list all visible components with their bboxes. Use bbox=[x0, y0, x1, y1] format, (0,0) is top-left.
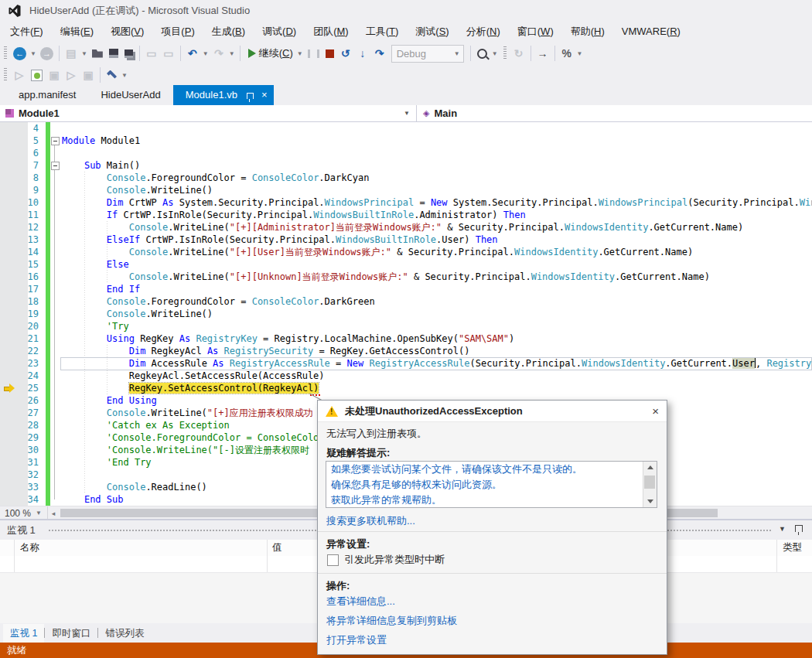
code-line[interactable]: Console.ForegroundColor = ConsoleColor.D… bbox=[62, 172, 369, 184]
code-line[interactable]: Console.ReadLine() bbox=[62, 481, 207, 493]
run-to-cursor-icon[interactable]: → bbox=[537, 45, 549, 62]
menu-item-p[interactable]: 项目(P) bbox=[152, 22, 203, 42]
step-over-icon[interactable]: ↷ bbox=[374, 45, 386, 62]
tips-scrollbar[interactable] bbox=[643, 462, 657, 507]
tab-module1-vb[interactable]: Module1.vb× bbox=[173, 85, 274, 105]
tool-tab-0[interactable]: 监视 1 bbox=[3, 624, 44, 643]
code-line[interactable]: RegKey.SetAccessControl(RegkeyAcl) bbox=[62, 382, 319, 394]
undo-icon[interactable]: ↶ bbox=[186, 45, 199, 62]
editor-zoom-combo[interactable]: 100 % ▼ bbox=[0, 506, 48, 520]
collapse-region-icon[interactable] bbox=[51, 162, 60, 170]
menu-item-vmwarer[interactable]: VMWARE(R) bbox=[613, 22, 689, 42]
code-line[interactable]: End Sub bbox=[62, 493, 123, 506]
navigate-forward-icon[interactable]: → bbox=[40, 47, 53, 60]
open-file-icon[interactable] bbox=[92, 49, 103, 58]
menu-item-h[interactable]: 帮助(H) bbox=[562, 22, 613, 42]
publish-icon[interactable]: ▷ bbox=[13, 66, 26, 84]
scroll-up-icon[interactable] bbox=[647, 465, 653, 469]
chevron-down-icon[interactable]: ▼ bbox=[30, 50, 36, 57]
extensions-icon[interactable] bbox=[31, 70, 43, 81]
code-line[interactable]: Module Module1 bbox=[62, 135, 140, 147]
menu-item-t[interactable]: 工具(T) bbox=[357, 22, 408, 42]
tab-hideuseradd[interactable]: HideUserAdd bbox=[88, 85, 172, 105]
code-line[interactable]: Console.WriteLine() bbox=[62, 184, 213, 196]
toolbar-grip[interactable] bbox=[503, 46, 507, 60]
step-into-icon[interactable]: ↓ bbox=[357, 45, 369, 62]
code-line[interactable]: Console.WriteLine("[+]应用注册表权限成功 bbox=[62, 407, 313, 419]
menu-item-b[interactable]: 生成(B) bbox=[203, 22, 254, 42]
tool-tab-2[interactable]: 错误列表 bbox=[98, 624, 151, 643]
chevron-down-icon[interactable]: ▼ bbox=[203, 50, 209, 57]
watch-column-name[interactable]: 名称 bbox=[20, 541, 39, 554]
menu-item-w[interactable]: 窗口(W) bbox=[509, 22, 562, 42]
code-line[interactable]: RegkeyAcl.SetAccessRule(AccessRule) bbox=[62, 370, 325, 382]
close-icon[interactable]: × bbox=[261, 85, 268, 105]
copy-icon[interactable]: ▣ bbox=[82, 66, 94, 84]
member-dropdown[interactable]: ◈ Main bbox=[417, 107, 457, 119]
chevron-down-icon[interactable]: ▼ bbox=[81, 50, 87, 57]
tip-item[interactable]: 如果您要尝试访问某个文件，请确保该文件不是只读的。 bbox=[326, 462, 643, 477]
code-line[interactable]: Console.ForegroundColor = ConsoleColor.D… bbox=[62, 295, 375, 308]
pin-icon[interactable] bbox=[795, 525, 803, 532]
search-online-help-link[interactable]: 搜索更多联机帮助... bbox=[326, 514, 415, 528]
scope-dropdown[interactable]: Module1 ▼ bbox=[0, 105, 416, 121]
toolbar-grip[interactable] bbox=[4, 68, 7, 82]
break-on-exception-option[interactable]: 引发此异常类型时中断 bbox=[327, 553, 445, 567]
code-line[interactable]: Dim RegkeyAcl As RegistrySecurity = RegK… bbox=[62, 345, 469, 357]
menu-item-f[interactable]: 文件(F) bbox=[2, 22, 52, 42]
code-line[interactable]: Else bbox=[62, 258, 129, 271]
tip-item[interactable]: 获取此异常的常规帮助。 bbox=[326, 493, 643, 508]
restart-icon[interactable]: ↺ bbox=[339, 45, 352, 62]
tab-app-manifest[interactable]: app.manifest bbox=[6, 85, 88, 105]
package-icon[interactable]: ▣ bbox=[48, 66, 60, 84]
menu-item-n[interactable]: 分析(N) bbox=[458, 22, 509, 42]
watch-column-value[interactable]: 值 bbox=[272, 541, 282, 554]
action-link-1[interactable]: 将异常详细信息复制到剪贴板 bbox=[326, 614, 457, 628]
menu-item-v[interactable]: 视图(V) bbox=[102, 22, 152, 42]
menu-item-s[interactable]: 测试(S) bbox=[407, 22, 457, 42]
find-icon[interactable] bbox=[477, 49, 487, 59]
menu-item-e[interactable]: 编辑(E) bbox=[52, 22, 102, 42]
action-link-2[interactable]: 打开异常设置 bbox=[326, 633, 387, 647]
comment-icon[interactable]: ▭ bbox=[145, 45, 158, 62]
chevron-down-icon[interactable]: ▼ bbox=[492, 50, 498, 57]
break-all-icon[interactable] bbox=[308, 49, 319, 58]
chevron-down-icon[interactable]: ▼ bbox=[297, 50, 303, 57]
toolbar-grip[interactable] bbox=[4, 46, 7, 60]
new-project-icon[interactable]: ▤ bbox=[65, 45, 77, 62]
checkbox-unchecked[interactable] bbox=[327, 554, 339, 566]
stop-debugging-icon[interactable] bbox=[326, 49, 334, 58]
scroll-down-icon[interactable] bbox=[647, 499, 653, 503]
code-line[interactable]: Dim CrtWP As System.Security.Principal.W… bbox=[62, 196, 812, 209]
code-line[interactable]: Console.WriteLine() bbox=[62, 308, 213, 320]
chevron-down-icon[interactable]: ▼ bbox=[121, 72, 128, 79]
save-all-icon[interactable] bbox=[125, 49, 133, 58]
code-line[interactable]: ElseIf CrtWP.IsInRole(Security.Principal… bbox=[62, 234, 498, 246]
code-line[interactable]: If CrtWP.IsInRole(Security.Principal.Win… bbox=[62, 209, 526, 221]
chevron-down-icon[interactable]: ▼ bbox=[779, 525, 786, 533]
action-link-0[interactable]: 查看详细信息... bbox=[326, 595, 395, 609]
settings-tools-icon[interactable] bbox=[107, 70, 117, 80]
continue-button[interactable]: 继续(C) bbox=[244, 46, 295, 60]
code-line[interactable]: 'Console.ForegroundColor = ConsoleColor. bbox=[62, 431, 330, 444]
scroll-thumb[interactable] bbox=[644, 476, 655, 489]
code-line[interactable]: Sub Main() bbox=[62, 159, 140, 172]
code-line[interactable]: Using RegKey As RegistryKey = Registry.L… bbox=[62, 332, 514, 345]
collapse-region-icon[interactable] bbox=[51, 137, 60, 145]
redo-icon[interactable]: ↷ bbox=[213, 45, 225, 62]
refresh-icon[interactable]: ↻ bbox=[513, 45, 525, 62]
close-icon[interactable]: × bbox=[652, 405, 659, 417]
code-line[interactable]: Console.WriteLine("[+][User]当前登录Windows账… bbox=[62, 246, 693, 258]
navigate-backward-icon[interactable]: ← bbox=[13, 47, 26, 60]
code-line[interactable]: Dim AccessRule As RegistryAccessRule = N… bbox=[62, 357, 812, 370]
code-line[interactable]: 'Console.WriteLine("[-]设置注册表权限时 bbox=[62, 444, 309, 456]
code-line[interactable]: 'Catch ex As Exception bbox=[62, 419, 230, 431]
breakpoint-settings-icon[interactable]: % bbox=[561, 45, 573, 62]
code-line[interactable]: End Using bbox=[62, 394, 157, 407]
menu-item-m[interactable]: 团队(M) bbox=[305, 22, 357, 42]
watch-column-type[interactable]: 类型 bbox=[783, 541, 802, 554]
code-line[interactable]: 'Try bbox=[62, 320, 129, 332]
uncomment-icon[interactable]: ▭ bbox=[162, 45, 175, 62]
code-line[interactable]: 'End Try bbox=[62, 456, 152, 469]
deploy-icon[interactable]: ▷ bbox=[65, 66, 77, 84]
